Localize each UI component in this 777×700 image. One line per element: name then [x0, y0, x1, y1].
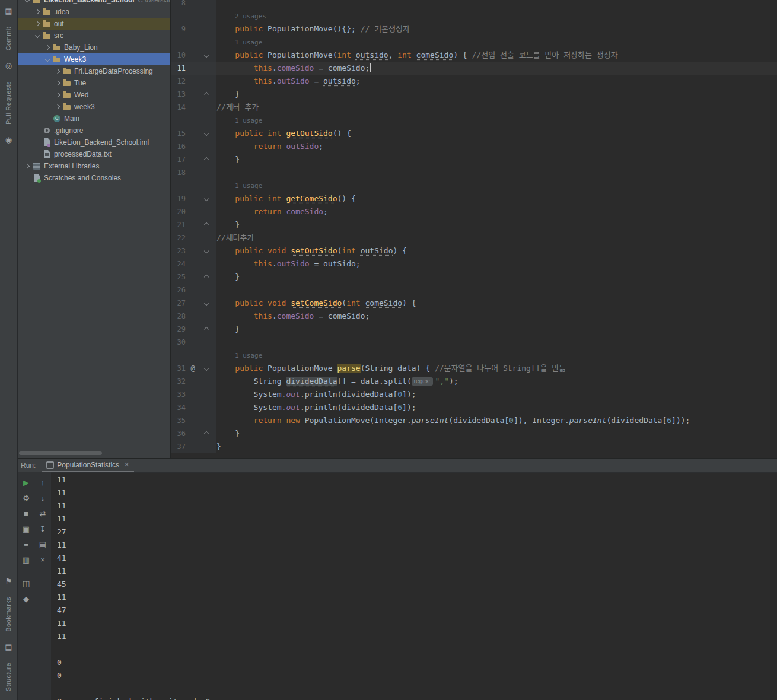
chevron-right-icon[interactable] — [23, 164, 32, 168]
editor-line-31[interactable]: 31@ public PopulationMove parse(String d… — [170, 362, 777, 375]
line-number[interactable]: 27 — [170, 297, 186, 310]
line-number[interactable]: 23 — [170, 244, 186, 257]
nav-up-icon[interactable]: ↑ — [38, 477, 47, 488]
tree-item-gitignore[interactable]: .gitignore — [18, 125, 170, 136]
tree-item-week3[interactable]: week3 — [18, 101, 170, 113]
editor-line-10[interactable]: 10 public PopulationMove(int outsido, in… — [170, 49, 777, 62]
editor-line-14[interactable]: 14//게터 추가 — [170, 101, 777, 114]
clear-icon[interactable]: × — [38, 554, 47, 565]
tree-item-likelion-backend-school-iml[interactable]: LikeLion_Backend_School.iml — [18, 136, 170, 148]
editor-line-15[interactable]: 15 public int getOutSido() { — [170, 127, 777, 140]
tree-item-tue[interactable]: Tue — [18, 77, 170, 89]
editor-inlay-row[interactable]: 1 usage — [170, 349, 777, 362]
line-number[interactable]: 13 — [170, 88, 186, 101]
editor-inlay-row[interactable]: 1 usage — [170, 36, 777, 49]
editor-line-34[interactable]: 34 System.out.println(dividedData[6]); — [170, 401, 777, 414]
editor-line-17[interactable]: 17 } — [170, 153, 777, 166]
usage-inlay-hint[interactable]: 1 usage — [235, 352, 262, 359]
trash-icon[interactable]: ▥ — [21, 554, 31, 565]
editor-inlay-row[interactable]: 1 usage — [170, 179, 777, 192]
editor[interactable]: 82 usages9 public PopulationMove(){}; //… — [170, 0, 777, 458]
chevron-right-icon[interactable] — [33, 22, 42, 26]
bookmark-icon[interactable]: ⚑ — [5, 577, 12, 586]
fold-icon[interactable] — [200, 244, 213, 257]
editor-line-24[interactable]: 24 this.outSido = outSido; — [170, 257, 777, 271]
editor-line-12[interactable]: 12 this.outSido = outsido; — [170, 75, 777, 88]
fold-icon[interactable] — [200, 49, 213, 62]
tree-item-root[interactable]: LikeLion_Backend_SchoolC:\Users\Jiwo — [18, 0, 170, 6]
line-number[interactable]: 35 — [170, 414, 186, 427]
chevron-down-icon[interactable] — [23, 0, 32, 2]
rerun-icon[interactable]: ▶ — [21, 477, 31, 488]
editor-line-19[interactable]: 19 public int getComeSido() { — [170, 192, 777, 205]
line-number[interactable]: 16 — [170, 140, 186, 153]
tree-item-external-libraries[interactable]: External Libraries — [18, 160, 170, 172]
chevron-right-icon[interactable] — [53, 81, 62, 85]
project-view-icon[interactable]: ▦ — [5, 7, 12, 16]
tool-button-pull-requests[interactable]: Pull Requests — [5, 81, 12, 125]
tree-item-main[interactable]: Main — [18, 113, 170, 125]
line-number[interactable]: 22 — [170, 231, 186, 244]
editor-line-20[interactable]: 20 return comeSido; — [170, 205, 777, 218]
fold-icon[interactable] — [200, 297, 213, 310]
print-icon[interactable]: ▤ — [38, 539, 47, 549]
snapshot-icon[interactable]: ▣ — [21, 523, 31, 534]
line-number[interactable]: 24 — [170, 257, 186, 271]
run-tab-populationstatistics[interactable]: PopulationStatistics ✕ — [42, 459, 134, 472]
editor-line-8[interactable]: 8 — [170, 0, 777, 9]
fold-icon[interactable] — [200, 323, 213, 336]
line-number[interactable]: 36 — [170, 427, 186, 440]
line-number[interactable]: 32 — [170, 375, 186, 388]
thread-dump-icon[interactable]: ≡ — [21, 539, 31, 549]
editor-line-35[interactable]: 35 return new PopulationMove(Integer.par… — [170, 414, 777, 427]
line-number[interactable]: 33 — [170, 388, 186, 401]
editor-line-9[interactable]: 9 public PopulationMove(){}; // 기본생성자 — [170, 23, 777, 36]
editor-inlay-row[interactable]: 1 usage — [170, 114, 777, 127]
editor-line-36[interactable]: 36 } — [170, 427, 777, 440]
tree-item-baby-lion[interactable]: Baby_Lion — [18, 42, 170, 53]
editor-line-26[interactable]: 26 — [170, 284, 777, 297]
line-number[interactable]: 26 — [170, 284, 186, 297]
editor-line-33[interactable]: 33 System.out.println(dividedData[0]); — [170, 388, 777, 401]
editor-line-11[interactable]: 11 this.comeSido = comeSido; — [170, 62, 777, 75]
tree-item-processeddata-txt[interactable]: processedData.txt — [18, 148, 170, 160]
fold-icon[interactable] — [200, 88, 213, 101]
editor-line-16[interactable]: 16 return outSido; — [170, 140, 777, 153]
usage-inlay-hint[interactable]: 1 usage — [235, 117, 262, 125]
usage-inlay-hint[interactable]: 1 usage — [235, 182, 262, 190]
line-number[interactable]: 12 — [170, 75, 186, 88]
editor-line-18[interactable]: 18 — [170, 166, 777, 179]
tool-button-bookmarks[interactable]: Bookmarks — [5, 597, 12, 632]
structure-icon[interactable]: ▤ — [5, 642, 12, 652]
line-number[interactable]: 37 — [170, 440, 186, 453]
tool-button-structure[interactable]: Structure — [5, 663, 12, 691]
console-output[interactable]: 1111111127114111451147111100Process fini… — [51, 472, 777, 700]
line-number[interactable]: 15 — [170, 127, 186, 140]
line-number[interactable]: 34 — [170, 401, 186, 414]
line-number[interactable]: 18 — [170, 166, 186, 179]
editor-line-30[interactable]: 30 — [170, 336, 777, 349]
line-number[interactable]: 14 — [170, 101, 186, 114]
fold-icon[interactable] — [200, 192, 213, 205]
editor-inlay-row[interactable]: 2 usages — [170, 9, 777, 23]
line-number[interactable]: 11 — [170, 62, 186, 75]
line-number[interactable]: 31 — [170, 362, 186, 375]
usage-inlay-hint[interactable]: 1 usage — [235, 39, 262, 46]
horizontal-scrollbar[interactable] — [19, 451, 102, 455]
tree-item-src[interactable]: src — [18, 30, 170, 42]
editor-line-22[interactable]: 22//세터추가 — [170, 231, 777, 244]
line-number[interactable]: 29 — [170, 323, 186, 336]
chevron-right-icon[interactable] — [53, 69, 62, 73]
line-number[interactable]: 20 — [170, 205, 186, 218]
editor-line-32[interactable]: 32 String dividedData[] = data.split(reg… — [170, 375, 777, 388]
tree-item-fri-largedataprocessing[interactable]: Fri.LargeDataProcessing — [18, 65, 170, 77]
editor-line-28[interactable]: 28 this.comeSido = comeSido; — [170, 310, 777, 323]
line-number[interactable]: 21 — [170, 218, 186, 231]
settings-icon[interactable]: ⚙ — [21, 492, 31, 503]
editor-line-23[interactable]: 23 public void setOutSido(int outSido) { — [170, 244, 777, 257]
pull-requests-icon[interactable]: ◎ — [5, 61, 12, 71]
nav-down-icon[interactable]: ↓ — [38, 492, 47, 503]
editor-line-37[interactable]: 37} — [170, 440, 777, 453]
pin-icon[interactable]: ◆ — [21, 593, 31, 604]
fold-icon[interactable] — [200, 218, 213, 231]
